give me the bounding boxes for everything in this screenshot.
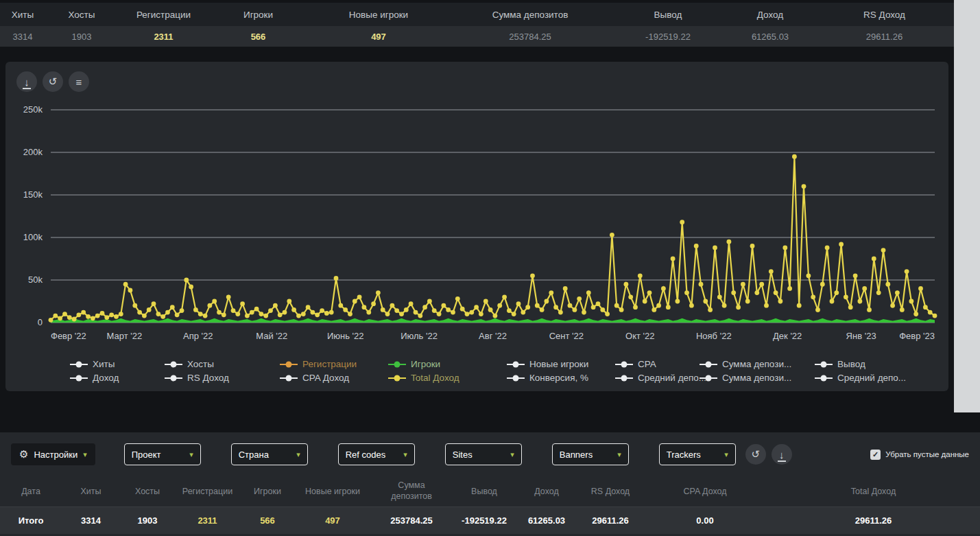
table-header-new-players: Новые игроки: [295, 487, 370, 496]
stats-table: ДатаХитыХостыРегистрацииИгрокиНовые игро…: [0, 476, 980, 534]
filter-select-banners[interactable]: Banners▾: [552, 443, 629, 465]
svg-text:250k: 250k: [23, 104, 43, 115]
legend-item-new-players[interactable]: Новые игроки: [507, 359, 610, 369]
legend-item-cpa[interactable]: CPA: [615, 359, 694, 369]
summary-label-new-players: Новые игроки: [307, 10, 450, 20]
legend-label: Сумма депози...: [722, 373, 791, 383]
svg-text:50k: 50k: [28, 275, 43, 285]
filters-download-button[interactable]: ↓: [772, 444, 792, 465]
reset-icon: ↺: [751, 448, 760, 461]
legend-item-conversion[interactable]: Конверсия, %: [507, 373, 610, 383]
legend-item-deposits-sum-2[interactable]: Сумма депози...: [700, 373, 809, 383]
table-header-row: ДатаХитыХостыРегистрацииИгрокиНовые игро…: [0, 476, 980, 506]
legend-item-total-income[interactable]: Total Доход: [388, 373, 501, 383]
filters-reset-button[interactable]: ↺: [745, 444, 766, 465]
legend-label: Сумма депози...: [722, 359, 791, 369]
legend-label: Средний депо...: [837, 373, 906, 383]
legend-item-rs-income[interactable]: RS Доход: [165, 373, 274, 383]
filter-actions: ↺ ↓: [745, 444, 792, 465]
chevron-down-icon: ▾: [403, 450, 407, 459]
settings-button[interactable]: ⚙ Настройки ▾: [11, 443, 95, 465]
legend-item-avg-deposit[interactable]: Средний депо...: [615, 373, 694, 383]
legend-marker-icon: [280, 377, 298, 379]
legend-label: Хосты: [187, 359, 214, 369]
legend-item-hosts[interactable]: Хосты: [165, 359, 274, 369]
filter-select-trackers[interactable]: Trackers▾: [659, 443, 736, 465]
summary-value-rs-income: 29611.26: [815, 32, 954, 42]
summary-value-hits: 3314: [0, 32, 45, 42]
legend-label: Вывод: [837, 359, 865, 369]
chevron-down-icon: ▾: [296, 450, 300, 459]
summary-value-income: 61265.03: [726, 32, 815, 42]
summary-value-players: 566: [209, 32, 307, 42]
table-header-registrations: Регистрации: [175, 487, 240, 496]
filter-select-sites[interactable]: Sites▾: [445, 443, 522, 465]
legend-item-players[interactable]: Игроки: [388, 359, 501, 369]
table-row-totals[interactable]: Итого331419032311566497253784.25-192519.…: [0, 506, 980, 534]
checkbox-label: Убрать пустые данные: [885, 450, 969, 458]
chevron-down-icon: ▾: [617, 450, 621, 459]
legend-marker-icon: [815, 364, 833, 365]
table-header-cpa-income: CPA Доход: [643, 487, 767, 496]
table-header-withdrawal: Вывод: [453, 487, 516, 496]
svg-text:100k: 100k: [23, 232, 43, 242]
filter-select-label: Sites: [453, 450, 473, 460]
table-header-hosts: Хосты: [120, 487, 175, 496]
chart-legend-toggle-button[interactable]: ≡: [69, 71, 89, 92]
legend-marker-icon: [615, 377, 633, 379]
summary-label-hosts: Хосты: [45, 10, 118, 20]
stats-panel: ⚙ Настройки ▾ Проект▾Страна▾Ref codes▾Si…: [0, 432, 980, 536]
traffic-chart[interactable]: 050k100k150k200k250kФевр '22Март '22Апр …: [12, 96, 942, 353]
chart-panel: ↓ ↺ ≡ 050k100k150k200k250kФевр '22Март '…: [5, 62, 948, 391]
legend-label: Новые игроки: [529, 359, 588, 369]
svg-text:Май '22: Май '22: [256, 331, 287, 341]
legend-label: Регистрации: [302, 359, 357, 369]
svg-text:150k: 150k: [23, 189, 43, 200]
svg-text:Авг '22: Авг '22: [479, 331, 507, 341]
chevron-down-icon: ▾: [83, 450, 87, 459]
filter-select-country[interactable]: Страна▾: [231, 443, 308, 465]
table-cell-withdrawal: -192519.22: [453, 515, 516, 526]
summary-label-deposits-sum: Сумма депозитов: [450, 10, 610, 20]
legend-label: CPA Доход: [302, 373, 349, 383]
filter-selects: Проект▾Страна▾Ref codes▾Sites▾Banners▾Tr…: [124, 443, 736, 465]
hide-empty-data-toggle[interactable]: ✓ Убрать пустые данные: [870, 450, 969, 460]
legend-marker-icon: [388, 377, 406, 379]
page-right-gutter: [954, 0, 980, 412]
legend-label: CPA: [638, 359, 656, 369]
legend-item-income[interactable]: Доход: [70, 373, 159, 383]
svg-text:Июль '22: Июль '22: [401, 331, 438, 341]
table-header-players: Игроки: [240, 487, 295, 496]
chart-reset-button[interactable]: ↺: [43, 71, 63, 92]
summary-value-new-players: 497: [307, 32, 450, 42]
table-header-deposits-sum: Сумма депозитов: [386, 480, 437, 502]
legend-item-avg-deposit-2[interactable]: Средний депо...: [815, 373, 913, 383]
legend-item-cpa-income[interactable]: CPA Доход: [280, 373, 383, 383]
chart-download-button[interactable]: ↓: [16, 71, 37, 92]
table-header-rs-income: RS Доход: [577, 487, 643, 496]
chevron-down-icon: ▾: [189, 450, 193, 459]
legend-item-hits[interactable]: Хиты: [70, 359, 159, 369]
legend-marker-icon: [388, 364, 406, 365]
legend-label: Хиты: [93, 359, 115, 369]
svg-text:0: 0: [38, 317, 43, 327]
legend-marker-icon: [700, 364, 717, 365]
summary-label-rs-income: RS Доход: [815, 10, 954, 20]
legend-label: Конверсия, %: [529, 373, 588, 383]
filter-select-project[interactable]: Проект▾: [124, 443, 201, 465]
summary-value-hosts: 1903: [45, 32, 118, 42]
filter-select-label: Страна: [239, 450, 269, 460]
legend-marker-icon: [815, 377, 833, 379]
table-cell-total-income: 29611.26: [767, 515, 980, 526]
summary-label-players: Игроки: [209, 10, 307, 20]
checkbox-checked-icon[interactable]: ✓: [870, 450, 881, 460]
legend-item-withdrawal[interactable]: Вывод: [815, 359, 913, 369]
legend-item-deposits-sum[interactable]: Сумма депози...: [700, 359, 809, 369]
filter-select-ref-codes[interactable]: Ref codes▾: [338, 443, 415, 465]
legend-marker-icon: [280, 364, 298, 365]
chart-legend: ХитыХостыРегистрацииИгрокиНовые игрокиCP…: [70, 359, 913, 383]
svg-text:Март '22: Март '22: [107, 331, 143, 341]
legend-item-registrations[interactable]: Регистрации: [280, 359, 383, 369]
table-cell-registrations: 2311: [175, 515, 240, 526]
svg-text:Апр '22: Апр '22: [183, 331, 213, 341]
